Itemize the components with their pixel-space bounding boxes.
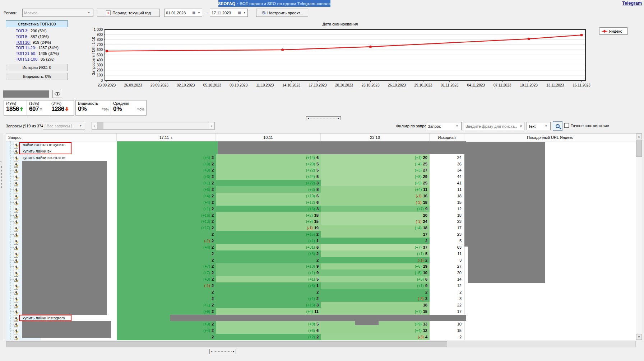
position-cell[interactable]: (+15)3 — [216, 302, 321, 308]
position-cell[interactable]: (+24)5 — [216, 173, 321, 180]
query-icon[interactable]: A — [14, 200, 18, 205]
initial-position-cell[interactable]: 11 — [430, 186, 464, 193]
exact-match-checkbox[interactable] — [564, 123, 569, 128]
position-cell[interactable]: (+1)2 — [117, 180, 216, 186]
top-stat-label[interactable]: ТОП 11-20: — [16, 46, 36, 50]
position-cell[interactable]: (+8)29 — [321, 173, 430, 180]
scroll-left-button[interactable]: ‹ — [92, 122, 98, 129]
position-cell[interactable]: (+13)2 — [117, 218, 216, 225]
position-cell[interactable]: (+4)11 — [321, 186, 430, 193]
initial-position-cell[interactable]: 36 — [430, 161, 464, 167]
dates-scrollbar[interactable]: ‹ › — [92, 122, 215, 130]
position-cell[interactable]: (+7)2 — [117, 269, 216, 276]
initial-position-cell[interactable]: 2 — [430, 289, 464, 295]
initial-position-cell[interactable]: 23 — [430, 218, 464, 225]
position-cell[interactable]: 2 — [117, 334, 216, 340]
position-cell[interactable]: (+3)27 — [321, 167, 430, 173]
initial-position-cell[interactable]: 18 — [430, 212, 464, 219]
position-cell[interactable]: (+6)6 — [216, 327, 321, 334]
position-cell[interactable]: (+1)5 — [216, 276, 321, 282]
date-from-field[interactable]: 01.01.2023 ▦ ▼ — [164, 9, 202, 17]
position-cell[interactable]: (+14)6 — [216, 154, 321, 161]
initial-position-cell[interactable]: 10 — [430, 321, 464, 327]
position-cell[interactable]: (+4)2 — [117, 154, 216, 161]
query-icon[interactable]: A — [14, 334, 18, 339]
position-cell[interactable]: (-2)3 — [321, 295, 430, 302]
column-header--url-[interactable]: Посадочный URL Яндекс — [464, 133, 636, 141]
position-cell[interactable]: (+2)18 — [216, 212, 321, 219]
position-cell[interactable]: 2 — [117, 231, 216, 238]
top-stat-row[interactable]: ТОП 51-100:85 (2%) — [16, 57, 88, 63]
position-cell[interactable]: (+9)2 — [117, 308, 216, 315]
position-cell[interactable]: 2 — [216, 257, 321, 263]
chart-splitter-handle[interactable]: ◂ ▸ — [306, 116, 341, 120]
position-cell[interactable]: (+4)25 — [321, 161, 430, 167]
top-stat-row[interactable]: ТОП 11-20:1287 (34%) — [16, 46, 88, 51]
column-header-17.11[interactable]: 17.11▲ — [117, 133, 216, 141]
position-cell[interactable]: (+20)5 — [216, 161, 321, 167]
position-cell[interactable]: (+6)19 — [321, 263, 430, 270]
position-cell[interactable]: (+5)6 — [321, 276, 430, 282]
query-icon[interactable]: A — [14, 155, 18, 160]
position-cell[interactable]: (+1)9 — [216, 269, 321, 276]
query-icon[interactable]: A — [14, 212, 18, 218]
position-cell[interactable]: (+3)2 — [117, 161, 216, 167]
initial-position-cell[interactable]: 5 — [430, 238, 464, 244]
grid-vertical-scrollbar[interactable]: ▲ ▼ — [636, 133, 642, 340]
initial-position-cell[interactable]: 20 — [430, 269, 464, 276]
position-cell[interactable]: 2 — [321, 289, 430, 295]
position-cell[interactable]: (+1)2 — [117, 302, 216, 308]
position-cell[interactable]: (+1)2 — [216, 295, 321, 302]
query-icon[interactable]: A — [14, 219, 18, 224]
initial-position-cell[interactable]: 44 — [430, 173, 464, 180]
query-icon[interactable]: A — [14, 225, 18, 230]
position-cell[interactable]: 2 — [117, 289, 216, 295]
position-cell[interactable]: 2 — [321, 238, 430, 244]
column-header--[interactable]: Запрос — [6, 133, 117, 141]
position-cell[interactable]: (+5)10 — [321, 269, 430, 276]
filter-mode-dropdown[interactable]: Text ▼ — [527, 122, 551, 130]
query-icon[interactable]: A — [14, 244, 18, 250]
initial-position-cell[interactable]: 15 — [430, 199, 464, 206]
position-cell[interactable]: (+17)2 — [117, 225, 216, 231]
seofaq-banner[interactable]: SEOFAQ · ВСЕ новости SEO на одном Telegr… — [218, 0, 330, 7]
initial-position-cell[interactable]: 24 — [430, 154, 464, 161]
initial-position-cell[interactable]: 17 — [430, 225, 464, 231]
position-cell[interactable]: (-1)2 — [117, 282, 216, 289]
show-project-button[interactable] — [52, 90, 62, 98]
query-icon[interactable]: A — [14, 193, 18, 198]
position-cell[interactable]: (+8)1 — [216, 282, 321, 289]
queries-scope-dropdown[interactable]: [ Все запросы ] ▼ — [43, 122, 85, 130]
iks-history-button[interactable]: История ИКС: 0 — [6, 64, 68, 71]
position-cell[interactable]: (+8)5 — [216, 321, 321, 327]
position-cell[interactable]: (+10)6 — [216, 193, 321, 199]
position-cell[interactable]: (+4)12 — [321, 327, 430, 334]
exact-match-option[interactable]: Точное соответствие — [564, 123, 609, 128]
initial-position-cell[interactable]: 15 — [430, 327, 464, 334]
initial-position-cell[interactable]: 11 — [430, 250, 464, 257]
position-cell[interactable]: (+3)2 — [117, 173, 216, 180]
position-cell[interactable]: (+2)2 — [216, 334, 321, 340]
scroll-right-button[interactable]: › — [209, 122, 214, 129]
position-cell[interactable]: (+1)5 — [321, 250, 430, 257]
position-cell[interactable]: (+3)2 — [216, 250, 321, 257]
position-cell[interactable]: (+31)6 — [216, 244, 321, 250]
search-input[interactable] — [464, 124, 518, 128]
position-cell[interactable]: (+3)8 — [216, 186, 321, 193]
position-cell[interactable]: (+15)2 — [216, 231, 321, 238]
query-icon[interactable]: A — [14, 264, 18, 269]
query-icon[interactable]: A — [14, 251, 18, 256]
position-cell[interactable]: (+3)2 — [117, 321, 216, 327]
query-icon[interactable]: A — [14, 315, 18, 320]
position-cell[interactable]: (+6)2 — [117, 186, 216, 193]
query-icon[interactable]: A — [14, 257, 18, 263]
position-cell[interactable]: (-1)19 — [216, 225, 321, 231]
query-icon[interactable]: A — [14, 231, 18, 237]
position-cell[interactable]: (+16)2 — [117, 212, 216, 219]
query-icon[interactable]: A — [14, 167, 18, 173]
position-cell[interactable] — [117, 148, 216, 154]
initial-position-cell[interactable]: 17 — [430, 308, 464, 315]
position-cell[interactable]: (+3)2 — [117, 167, 216, 173]
query-icon[interactable]: A — [14, 161, 18, 167]
position-cell[interactable]: (-1)24 — [321, 218, 430, 225]
